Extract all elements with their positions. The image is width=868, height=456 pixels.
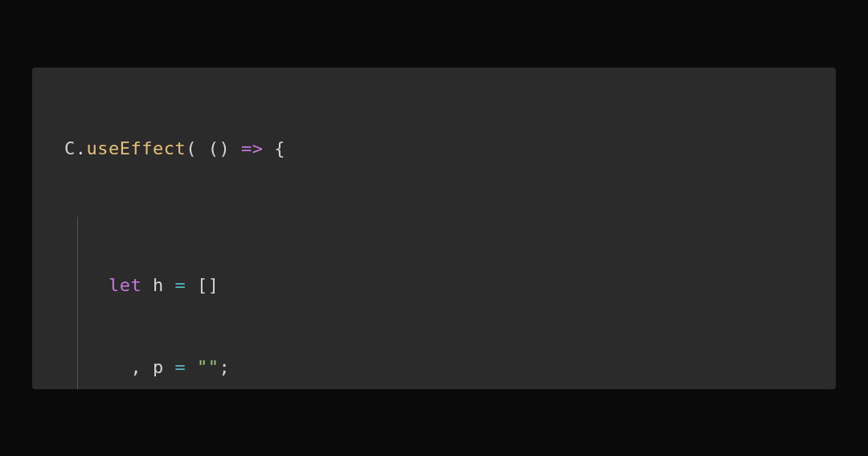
token-op: = [175,275,186,295]
token-ident: , p [108,357,174,377]
code-line: let h = [] [78,272,836,299]
code-line: C.useEffect( () => { [32,135,836,162]
token-brace: { [263,138,285,158]
token-bracket: [] [186,275,219,295]
token-paren: ( () [186,138,241,158]
token-arrow: => [241,138,264,158]
token-op: = [174,357,186,377]
token-punct: . [76,138,87,158]
code-line: , p = ""; [78,354,836,381]
token-punct: ; [219,357,230,377]
token-keyword: let [108,275,141,295]
token-string: "" [197,357,219,377]
token [186,357,197,377]
token-ident: C [64,138,76,158]
code-block[interactable]: C.useEffect( () => { let h = [] , p = ""… [32,80,836,389]
token-ident: h [141,275,174,295]
token-method: useEffect [87,138,186,158]
code-editor-panel: C.useEffect( () => { let h = [] , p = ""… [32,68,836,389]
indent-guide: let h = [] , p = ""; window.ethereum && … [77,217,836,389]
